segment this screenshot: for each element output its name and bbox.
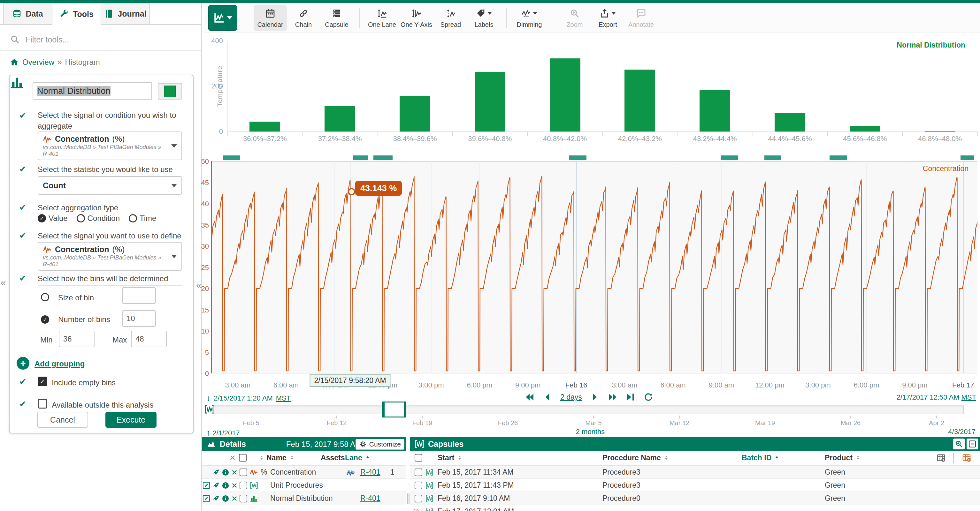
size-of-bin-radio[interactable]: [41, 293, 49, 301]
asset-link[interactable]: R-401: [360, 466, 380, 479]
max-input[interactable]: 48: [131, 331, 167, 347]
number-of-bins-input[interactable]: 10: [122, 310, 156, 327]
capsule-bar[interactable]: [830, 156, 847, 160]
edit-icon[interactable]: [202, 492, 210, 505]
row-checkbox[interactable]: [415, 466, 422, 479]
timezone-link[interactable]: MST: [276, 394, 291, 403]
customize-button[interactable]: Customize: [356, 439, 404, 450]
capsule-bar[interactable]: [961, 156, 974, 160]
tab-data[interactable]: Data: [3, 3, 52, 24]
info-icon[interactable]: [222, 492, 229, 505]
filter-tools-input[interactable]: Filter tools...: [25, 35, 69, 44]
step-back-button[interactable]: [542, 392, 553, 402]
remove-icon[interactable]: [231, 492, 238, 505]
sort-icon[interactable]: [259, 451, 264, 465]
add-capsule-column-icon[interactable]: [962, 451, 971, 465]
capsule-bar[interactable]: [764, 156, 781, 160]
column-header-start[interactable]: Start: [438, 451, 463, 465]
number-of-bins-radio[interactable]: ✓: [41, 315, 49, 324]
capsule-bar[interactable]: [353, 156, 368, 160]
info-icon[interactable]: [222, 479, 229, 492]
asset-link[interactable]: R-401: [360, 492, 380, 505]
aggregate-signal-select[interactable]: Concentration(%) vs.com. ModuleDB » Test…: [38, 132, 182, 160]
capsule-bar[interactable]: [721, 156, 738, 160]
investigate-icon[interactable]: [212, 466, 220, 479]
step-forward-button[interactable]: [590, 392, 600, 402]
collapse-left-edge[interactable]: «: [1, 277, 6, 288]
collapse-panel-button[interactable]: [967, 438, 978, 449]
size-of-bin-input[interactable]: [122, 287, 156, 304]
color-swatch-button[interactable]: [158, 83, 182, 100]
investigate-start[interactable]: ↑ 2/1/2017: [206, 428, 240, 438]
aggregation-option-time[interactable]: Time: [129, 214, 156, 223]
investigate-icon[interactable]: [212, 479, 220, 492]
step-to-end-button[interactable]: [625, 392, 636, 402]
slider-track[interactable]: [213, 405, 964, 414]
select-all-checkbox[interactable]: [415, 451, 422, 465]
investigate-duration[interactable]: 2 months: [576, 428, 605, 436]
statistic-select[interactable]: Count: [38, 176, 182, 195]
histogram-bar[interactable]: [550, 59, 581, 132]
row-checkbox[interactable]: [415, 492, 422, 505]
toolbar-button-chain[interactable]: Chain: [287, 5, 320, 31]
tab-journal[interactable]: Journal: [101, 3, 150, 24]
row-checkbox[interactable]: [240, 479, 247, 492]
row-checkbox[interactable]: [240, 492, 247, 505]
tab-tools[interactable]: Tools: [52, 3, 101, 25]
select-all-checkbox[interactable]: [239, 451, 247, 465]
histogram-bar[interactable]: [325, 106, 355, 132]
histogram-bar[interactable]: [700, 90, 730, 132]
display-range-duration[interactable]: 2 days: [560, 393, 582, 402]
breadcrumb-overview-link[interactable]: Overview: [22, 58, 54, 67]
aggregation-option-value[interactable]: ✓Value: [38, 214, 68, 223]
toolbar-button-one-y-axis[interactable]: One Y-Axis: [399, 5, 434, 31]
remove-icon[interactable]: [231, 466, 238, 479]
asset-swap-icon[interactable]: [346, 466, 355, 479]
include-empty-bins-checkbox[interactable]: ✓: [38, 377, 47, 386]
add-grouping-link[interactable]: Add grouping: [35, 359, 85, 368]
min-input[interactable]: 36: [59, 331, 95, 347]
capsule-bar[interactable]: [569, 156, 587, 160]
zoom-to-capsule-button[interactable]: [953, 438, 965, 449]
column-header-assets[interactable]: Assets: [321, 451, 345, 465]
toolbar-button-capsule[interactable]: Capsule: [320, 5, 353, 31]
histogram-bar[interactable]: [850, 126, 880, 132]
tool-name-input[interactable]: Normal Distribution: [33, 83, 152, 100]
column-header-product[interactable]: Product: [825, 451, 861, 465]
histogram-bar[interactable]: [775, 113, 805, 132]
toolbar-button-labels[interactable]: Labels: [467, 5, 501, 31]
column-header-procedure-name[interactable]: Procedure Name: [603, 451, 669, 465]
remove-all-icon[interactable]: [229, 451, 236, 465]
panel-resize-grip[interactable]: [407, 494, 408, 504]
available-outside-checkbox[interactable]: [38, 399, 47, 409]
info-icon[interactable]: [222, 466, 229, 479]
arrow-down-icon[interactable]: ↓: [206, 393, 210, 403]
capsule-bar[interactable]: [374, 156, 393, 160]
bins-signal-select[interactable]: Concentration(%) vs.com. ModuleDB » Test…: [38, 242, 182, 271]
collapse-sidebar[interactable]: «: [196, 279, 202, 290]
range-end-label[interactable]: 2/17/2017 12:53 AM: [896, 393, 959, 401]
row-checkbox[interactable]: [240, 466, 247, 479]
aggregation-option-condition[interactable]: Condition: [77, 214, 120, 223]
histogram-bar[interactable]: [475, 72, 505, 132]
histogram-bar[interactable]: [250, 122, 280, 132]
toolbar-button-one-lane[interactable]: One Lane: [366, 5, 399, 31]
investigate-end[interactable]: 4/3/2017: [948, 428, 975, 436]
timezone-link[interactable]: MST: [961, 393, 976, 401]
toolbar-button-spread[interactable]: Spread: [434, 5, 467, 31]
step-back-fast-button[interactable]: [525, 392, 535, 402]
toolbar-button-export[interactable]: Export: [591, 5, 624, 31]
edit-icon[interactable]: [202, 479, 210, 492]
refresh-icon[interactable]: [643, 392, 654, 402]
row-checkbox[interactable]: [415, 479, 422, 492]
step-forward-fast-button[interactable]: [608, 392, 618, 402]
column-header-name[interactable]: Name: [266, 451, 295, 465]
investigate-icon[interactable]: [212, 492, 220, 505]
range-start-label[interactable]: 2/15/2017 1:20 AM: [214, 394, 273, 403]
remove-icon[interactable]: [231, 479, 238, 492]
cancel-button[interactable]: Cancel: [37, 412, 88, 428]
add-column-icon[interactable]: [937, 451, 945, 465]
capsule-bar[interactable]: [223, 156, 240, 160]
view-selector-button[interactable]: [208, 5, 237, 31]
histogram-bar[interactable]: [399, 96, 430, 132]
